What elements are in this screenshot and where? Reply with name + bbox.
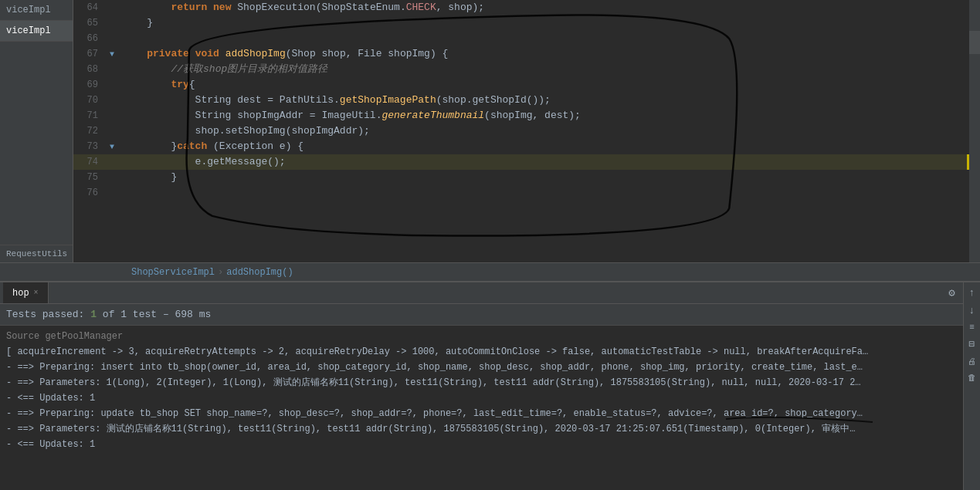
console-line-4: - ==> Preparing: update tb_shop SET shop… xyxy=(0,406,980,421)
gutter-74 xyxy=(104,154,120,170)
console-line-5: - ==> Parameters: 测试的店铺名称11(String), tes… xyxy=(0,421,980,437)
gutter-75 xyxy=(104,170,120,185)
line-num-66: 66 xyxy=(73,31,104,46)
line-content-69: try{ xyxy=(120,77,980,93)
code-line-76: 76 xyxy=(73,185,980,201)
line-content-68: //获取shop图片目录的相对值路径 xyxy=(120,62,980,77)
gutter-70 xyxy=(104,93,120,108)
gutter-71 xyxy=(104,108,120,123)
breadcrumb-method[interactable]: addShopImg() xyxy=(226,267,293,278)
settings-icon[interactable]: ⚙ xyxy=(945,285,958,301)
line-num-69: 69 xyxy=(73,77,104,93)
console-line-3: - <== Updates: 1 xyxy=(0,390,980,406)
editor-scrollbar[interactable] xyxy=(969,0,980,262)
clear-icon[interactable]: 🗑 xyxy=(966,371,978,384)
code-line-64: 64 return new ShopExecution(ShopStateEnu… xyxy=(73,0,980,15)
scroll-down-icon[interactable]: ↓ xyxy=(968,303,977,318)
gutter-65 xyxy=(104,15,120,31)
bottom-panel: hop × ⚙ — Tests passed: 1 of 1 test – 69… xyxy=(0,281,980,490)
code-line-73: 73 ▼ }catch (Exception e) { xyxy=(73,139,980,154)
line-content-72: shop.setShopImg(shopImgAddr); xyxy=(120,123,980,139)
console-line-1: - ==> Preparing: insert into tb_shop(own… xyxy=(0,360,980,375)
code-line-74: 74 e.getMessage(); xyxy=(73,154,980,170)
line-num-64: 64 xyxy=(73,0,104,15)
gutter-69 xyxy=(104,77,120,93)
wrap-icon[interactable]: ≡ xyxy=(968,321,976,333)
bottom-tab-label: hop xyxy=(12,288,29,299)
sidebar-tab-1[interactable]: viceImpl xyxy=(0,0,73,21)
code-line-66: 66 xyxy=(73,31,980,46)
line-num-74: 74 xyxy=(73,154,104,170)
line-content-74: e.getMessage(); xyxy=(120,154,980,170)
fold-arrow-73[interactable]: ▼ xyxy=(110,143,114,151)
line-num-75: 75 xyxy=(73,170,104,185)
code-line-71: 71 String shopImgAddr = ImageUtil.genera… xyxy=(73,108,980,123)
line-content-66 xyxy=(120,31,980,46)
gutter-72 xyxy=(104,123,120,139)
gutter-66 xyxy=(104,31,120,46)
line-content-75: } xyxy=(120,170,980,185)
code-editor: 64 return new ShopExecution(ShopStateEnu… xyxy=(73,0,980,262)
console-output[interactable]: Source getPoolManager [ acquireIncrement… xyxy=(0,326,980,490)
line-num-71: 71 xyxy=(73,108,104,123)
line-num-72: 72 xyxy=(73,123,104,139)
line-content-71: String shopImgAddr = ImageUtil.generateT… xyxy=(120,108,980,123)
right-icons-panel: ↑ ↓ ≡ ⊟ 🖨 🗑 xyxy=(963,282,980,490)
code-line-75: 75 } xyxy=(73,170,980,185)
scrollbar-thumb[interactable] xyxy=(969,31,980,54)
line-content-65: } xyxy=(120,15,980,31)
code-line-70: 70 String dest = PathUtils.getShopImageP… xyxy=(73,93,980,108)
test-results-bar: Tests passed: 1 of 1 test – 698 ms xyxy=(0,304,980,326)
scroll-up-icon[interactable]: ↑ xyxy=(968,286,977,300)
sidebar-tab-2[interactable]: viceImpl xyxy=(0,21,73,42)
line-num-73: 73 xyxy=(73,139,104,154)
test-results-label: Tests passed: xyxy=(6,309,84,320)
line-num-67: 67 xyxy=(73,46,104,62)
code-line-72: 72 shop.setShopImg(shopImgAddr); xyxy=(73,123,980,139)
gutter-76 xyxy=(104,185,120,201)
line-content-64: return new ShopExecution(ShopStateEnum.C… xyxy=(120,0,980,15)
bottom-tab-run[interactable]: hop × xyxy=(3,282,49,303)
test-duration: – 698 ms xyxy=(163,309,211,320)
line-num-68: 68 xyxy=(73,62,104,77)
print-icon[interactable]: 🖨 xyxy=(966,355,978,368)
line-num-70: 70 xyxy=(73,93,104,108)
line-content-76 xyxy=(120,185,980,201)
line-num-76: 76 xyxy=(73,185,104,201)
bottom-tab-bar: hop × ⚙ — xyxy=(0,282,980,304)
code-line-65: 65 } xyxy=(73,15,980,31)
code-line-69: 69 try{ xyxy=(73,77,980,93)
console-line-6: - <== Updates: 1 xyxy=(0,437,980,452)
test-passed-count: 1 xyxy=(90,309,97,320)
line-content-73: }catch (Exception e) { xyxy=(120,139,980,154)
breadcrumb-class[interactable]: ShopServiceImpl xyxy=(131,267,215,278)
code-lines: 64 return new ShopExecution(ShopStateEnu… xyxy=(73,0,980,201)
breadcrumb-sep: › xyxy=(218,267,223,278)
editor-container: viceImpl viceImpl RequestUtils 64 return… xyxy=(0,0,980,490)
editor-area: viceImpl viceImpl RequestUtils 64 return… xyxy=(0,0,980,262)
line-content-70: String dest = PathUtils.getShopImagePath… xyxy=(120,93,980,108)
test-of: of 1 test xyxy=(103,309,157,320)
bottom-tab-close[interactable]: × xyxy=(34,289,39,297)
sidebar-bottom-label: RequestUtils xyxy=(0,245,73,262)
gutter-68 xyxy=(104,62,120,77)
left-sidebar: viceImpl viceImpl RequestUtils xyxy=(0,0,73,262)
gutter-67: ▼ xyxy=(104,46,120,62)
console-line-source: Source getPoolManager xyxy=(0,329,980,344)
gutter-73: ▼ xyxy=(104,139,120,154)
code-line-68: 68 //获取shop图片目录的相对值路径 xyxy=(73,62,980,77)
line-num-65: 65 xyxy=(73,15,104,31)
filter-icon[interactable]: ⊟ xyxy=(968,336,977,352)
console-line-2: - ==> Parameters: 1(Long), 2(Integer), 1… xyxy=(0,375,980,390)
console-line-0: [ acquireIncrement -> 3, acquireRetryAtt… xyxy=(0,344,980,360)
breadcrumb-bar: ShopServiceImpl › addShopImg() xyxy=(0,262,980,281)
fold-arrow-67[interactable]: ▼ xyxy=(110,50,114,59)
line-content-67: private void addShopImg(Shop shop, File … xyxy=(120,46,980,62)
code-line-67: 67 ▼ private void addShopImg(Shop shop, … xyxy=(73,46,980,62)
gutter-64 xyxy=(104,0,120,15)
